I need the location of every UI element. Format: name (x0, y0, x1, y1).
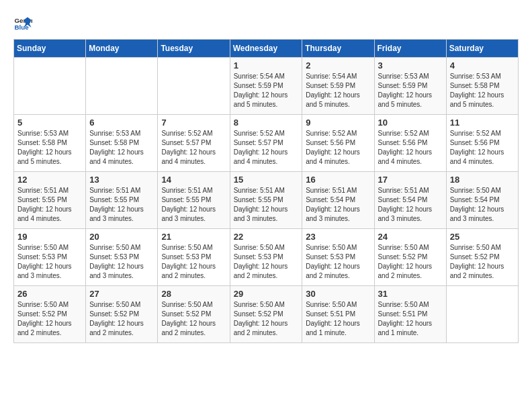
day-detail: Sunrise: 5:50 AM Sunset: 5:52 PM Dayligh… (89, 300, 154, 338)
day-detail: Sunrise: 5:53 AM Sunset: 5:58 PM Dayligh… (17, 129, 82, 167)
day-detail: Sunrise: 5:50 AM Sunset: 5:53 PM Dayligh… (161, 243, 226, 281)
calendar-cell (86, 58, 158, 115)
calendar-cell: 2Sunrise: 5:54 AM Sunset: 5:59 PM Daylig… (302, 58, 374, 115)
calendar-table: SundayMondayTuesdayWednesdayThursdayFrid… (13, 39, 519, 343)
header-tuesday: Tuesday (158, 40, 230, 58)
calendar-cell: 21Sunrise: 5:50 AM Sunset: 5:53 PM Dayli… (158, 229, 230, 286)
calendar-cell: 6Sunrise: 5:53 AM Sunset: 5:58 PM Daylig… (86, 115, 158, 172)
header-saturday: Saturday (446, 40, 518, 58)
calendar-cell: 8Sunrise: 5:52 AM Sunset: 5:57 PM Daylig… (230, 115, 302, 172)
day-detail: Sunrise: 5:54 AM Sunset: 5:59 PM Dayligh… (306, 72, 370, 109)
calendar-cell: 3Sunrise: 5:53 AM Sunset: 5:59 PM Daylig… (374, 58, 446, 115)
day-detail: Sunrise: 5:52 AM Sunset: 5:57 PM Dayligh… (234, 129, 299, 167)
day-detail: Sunrise: 5:50 AM Sunset: 5:52 PM Dayligh… (161, 300, 226, 338)
calendar-cell: 5Sunrise: 5:53 AM Sunset: 5:58 PM Daylig… (14, 115, 86, 172)
day-number: 20 (89, 232, 154, 242)
day-number: 5 (17, 118, 82, 128)
calendar-cell: 19Sunrise: 5:50 AM Sunset: 5:53 PM Dayli… (14, 229, 86, 286)
day-number: 7 (161, 118, 226, 128)
page-header: General Blue (13, 13, 519, 32)
day-number: 26 (17, 289, 82, 299)
calendar-cell: 11Sunrise: 5:52 AM Sunset: 5:56 PM Dayli… (446, 115, 518, 172)
calendar-cell: 30Sunrise: 5:50 AM Sunset: 5:51 PM Dayli… (302, 286, 374, 343)
day-number: 25 (450, 232, 515, 242)
day-detail: Sunrise: 5:52 AM Sunset: 5:56 PM Dayligh… (378, 129, 443, 167)
calendar-week-3: 12Sunrise: 5:51 AM Sunset: 5:55 PM Dayli… (14, 172, 519, 229)
day-number: 16 (306, 175, 370, 185)
calendar-cell: 9Sunrise: 5:52 AM Sunset: 5:56 PM Daylig… (302, 115, 374, 172)
calendar-cell: 17Sunrise: 5:51 AM Sunset: 5:54 PM Dayli… (374, 172, 446, 229)
calendar-cell: 10Sunrise: 5:52 AM Sunset: 5:56 PM Dayli… (374, 115, 446, 172)
calendar-cell: 13Sunrise: 5:51 AM Sunset: 5:55 PM Dayli… (86, 172, 158, 229)
calendar-cell: 28Sunrise: 5:50 AM Sunset: 5:52 PM Dayli… (158, 286, 230, 343)
day-number: 19 (17, 232, 82, 242)
calendar-cell (446, 286, 518, 343)
day-number: 27 (89, 289, 154, 299)
day-number: 21 (161, 232, 226, 242)
day-number: 15 (234, 175, 299, 185)
calendar-week-4: 19Sunrise: 5:50 AM Sunset: 5:53 PM Dayli… (14, 229, 519, 286)
day-number: 30 (306, 289, 370, 299)
calendar-week-2: 5Sunrise: 5:53 AM Sunset: 5:58 PM Daylig… (14, 115, 519, 172)
day-detail: Sunrise: 5:50 AM Sunset: 5:51 PM Dayligh… (378, 300, 443, 338)
header-sunday: Sunday (14, 40, 86, 58)
day-number: 9 (306, 118, 370, 128)
calendar-week-5: 26Sunrise: 5:50 AM Sunset: 5:52 PM Dayli… (14, 286, 519, 343)
day-number: 31 (378, 289, 443, 299)
day-detail: Sunrise: 5:51 AM Sunset: 5:54 PM Dayligh… (378, 186, 443, 224)
day-number: 6 (89, 118, 154, 128)
day-detail: Sunrise: 5:50 AM Sunset: 5:54 PM Dayligh… (450, 186, 515, 224)
logo: General Blue (13, 13, 35, 32)
day-detail: Sunrise: 5:52 AM Sunset: 5:57 PM Dayligh… (161, 129, 226, 167)
header-friday: Friday (374, 40, 446, 58)
header-thursday: Thursday (302, 40, 374, 58)
calendar-cell (14, 58, 86, 115)
day-detail: Sunrise: 5:50 AM Sunset: 5:52 PM Dayligh… (378, 243, 443, 281)
calendar-cell: 12Sunrise: 5:51 AM Sunset: 5:55 PM Dayli… (14, 172, 86, 229)
day-detail: Sunrise: 5:52 AM Sunset: 5:56 PM Dayligh… (450, 129, 515, 167)
calendar-cell: 7Sunrise: 5:52 AM Sunset: 5:57 PM Daylig… (158, 115, 230, 172)
day-detail: Sunrise: 5:51 AM Sunset: 5:55 PM Dayligh… (161, 186, 226, 224)
calendar-cell: 22Sunrise: 5:50 AM Sunset: 5:53 PM Dayli… (230, 229, 302, 286)
day-number: 4 (450, 60, 515, 71)
day-number: 23 (306, 232, 370, 242)
day-number: 18 (450, 175, 515, 185)
day-number: 24 (378, 232, 443, 242)
day-detail: Sunrise: 5:53 AM Sunset: 5:58 PM Dayligh… (89, 129, 154, 167)
day-detail: Sunrise: 5:51 AM Sunset: 5:55 PM Dayligh… (17, 186, 82, 224)
calendar-cell: 20Sunrise: 5:50 AM Sunset: 5:53 PM Dayli… (86, 229, 158, 286)
calendar-cell: 25Sunrise: 5:50 AM Sunset: 5:52 PM Dayli… (446, 229, 518, 286)
calendar-cell: 24Sunrise: 5:50 AM Sunset: 5:52 PM Dayli… (374, 229, 446, 286)
day-detail: Sunrise: 5:50 AM Sunset: 5:52 PM Dayligh… (450, 243, 515, 281)
day-detail: Sunrise: 5:50 AM Sunset: 5:53 PM Dayligh… (89, 243, 154, 281)
calendar-cell (158, 58, 230, 115)
day-number: 1 (234, 60, 299, 71)
calendar-week-1: 1Sunrise: 5:54 AM Sunset: 5:59 PM Daylig… (14, 58, 519, 115)
day-detail: Sunrise: 5:50 AM Sunset: 5:53 PM Dayligh… (234, 243, 299, 281)
day-detail: Sunrise: 5:53 AM Sunset: 5:58 PM Dayligh… (450, 72, 515, 109)
day-number: 22 (234, 232, 299, 242)
calendar-cell: 4Sunrise: 5:53 AM Sunset: 5:58 PM Daylig… (446, 58, 518, 115)
header-wednesday: Wednesday (230, 40, 302, 58)
calendar-cell: 14Sunrise: 5:51 AM Sunset: 5:55 PM Dayli… (158, 172, 230, 229)
calendar-cell: 31Sunrise: 5:50 AM Sunset: 5:51 PM Dayli… (374, 286, 446, 343)
calendar-cell: 27Sunrise: 5:50 AM Sunset: 5:52 PM Dayli… (86, 286, 158, 343)
day-number: 13 (89, 175, 154, 185)
header-monday: Monday (86, 40, 158, 58)
day-number: 11 (450, 118, 515, 128)
day-detail: Sunrise: 5:53 AM Sunset: 5:59 PM Dayligh… (378, 72, 443, 109)
calendar-header-row: SundayMondayTuesdayWednesdayThursdayFrid… (14, 40, 519, 58)
day-detail: Sunrise: 5:50 AM Sunset: 5:53 PM Dayligh… (306, 243, 370, 281)
day-number: 3 (378, 60, 443, 71)
logo-icon: General Blue (13, 13, 32, 32)
day-detail: Sunrise: 5:51 AM Sunset: 5:55 PM Dayligh… (89, 186, 154, 224)
day-number: 12 (17, 175, 82, 185)
calendar-cell: 18Sunrise: 5:50 AM Sunset: 5:54 PM Dayli… (446, 172, 518, 229)
day-number: 29 (234, 289, 299, 299)
day-number: 2 (306, 60, 370, 71)
day-number: 17 (378, 175, 443, 185)
calendar-cell: 1Sunrise: 5:54 AM Sunset: 5:59 PM Daylig… (230, 58, 302, 115)
day-number: 10 (378, 118, 443, 128)
day-detail: Sunrise: 5:50 AM Sunset: 5:52 PM Dayligh… (17, 300, 82, 338)
calendar-cell: 26Sunrise: 5:50 AM Sunset: 5:52 PM Dayli… (14, 286, 86, 343)
